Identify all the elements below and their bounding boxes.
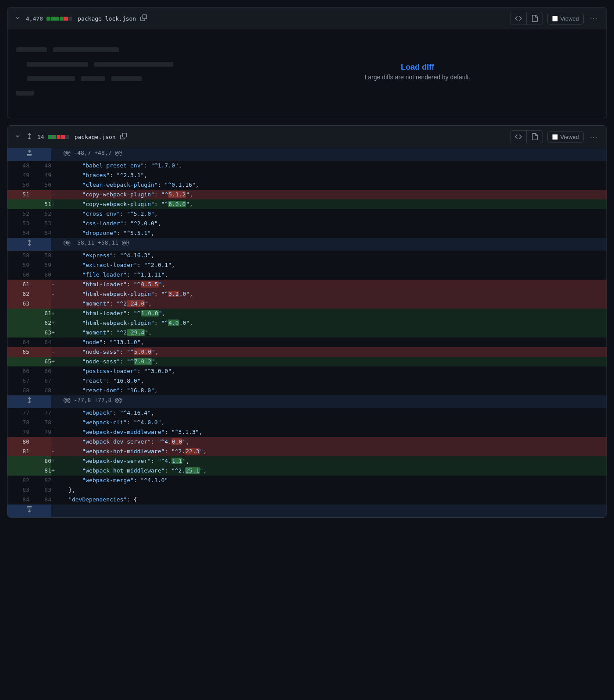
line-number-new[interactable]: 48 (29, 161, 51, 171)
line-number-old[interactable]: 61 (7, 280, 29, 289)
viewed-checkbox-input[interactable] (552, 134, 558, 140)
line-number-new[interactable]: 58 (29, 251, 51, 260)
line-number-old[interactable]: 80 (7, 437, 29, 447)
viewed-checkbox[interactable]: Viewed (547, 13, 584, 25)
line-number-new[interactable]: 64 (29, 338, 51, 347)
line-number-new[interactable]: 54 (29, 228, 51, 238)
line-number-old[interactable]: 65 (7, 347, 29, 357)
line-number-old[interactable]: 83 (7, 485, 29, 495)
line-number-old[interactable]: 68 (7, 386, 29, 395)
line-number-old[interactable]: 54 (7, 228, 29, 238)
line-number-old[interactable]: 52 (7, 209, 29, 219)
change-count: 14 (37, 134, 44, 140)
filename[interactable]: package-lock.json (78, 15, 136, 22)
line-number-new[interactable] (29, 280, 51, 289)
line-number-new[interactable]: 65 (29, 357, 51, 366)
rendered-view-button[interactable] (527, 12, 543, 25)
code-content: "webpack-cli": "^4.0.0", (55, 418, 607, 427)
line-number-old[interactable] (7, 318, 29, 328)
line-number-new[interactable]: 66 (29, 366, 51, 376)
line-number-old[interactable] (7, 456, 29, 466)
diff-marker: - (51, 437, 55, 447)
line-number-old[interactable]: 60 (7, 270, 29, 280)
line-number-new[interactable]: 80 (29, 456, 51, 466)
diff-line: 62- "html-webpack-plugin": "^3.2.0", (7, 289, 607, 299)
line-number-new[interactable]: 67 (29, 376, 51, 386)
line-number-new[interactable] (29, 347, 51, 357)
filename[interactable]: package.json (75, 134, 116, 140)
copy-path-icon[interactable] (120, 133, 127, 141)
line-number-old[interactable]: 58 (7, 251, 29, 260)
diff-marker (51, 260, 55, 270)
kebab-menu-icon[interactable]: ··· (588, 12, 600, 25)
code-content: "html-webpack-plugin": "^4.0.0", (55, 318, 607, 328)
line-number-new[interactable]: 79 (29, 427, 51, 437)
line-number-new[interactable]: 59 (29, 260, 51, 270)
expand-hunk-button[interactable] (7, 395, 51, 408)
rendered-view-button[interactable] (527, 131, 543, 143)
line-number-old[interactable] (7, 466, 29, 476)
line-number-new[interactable] (29, 289, 51, 299)
line-number-old[interactable] (7, 199, 29, 209)
line-number-old[interactable]: 84 (7, 495, 29, 505)
line-number-new[interactable]: 52 (29, 209, 51, 219)
line-number-old[interactable] (7, 309, 29, 318)
diff-marker (51, 495, 55, 505)
expand-all-icon[interactable] (26, 133, 33, 141)
line-number-old[interactable]: 51 (7, 190, 29, 199)
line-number-old[interactable]: 50 (7, 180, 29, 190)
line-number-old[interactable]: 53 (7, 219, 29, 228)
line-number-old[interactable]: 79 (7, 427, 29, 437)
line-number-old[interactable]: 67 (7, 376, 29, 386)
line-number-new[interactable]: 68 (29, 386, 51, 395)
line-number-old[interactable]: 64 (7, 338, 29, 347)
line-number-new[interactable]: 61 (29, 309, 51, 318)
line-number-new[interactable] (29, 299, 51, 309)
line-number-new[interactable]: 77 (29, 408, 51, 418)
line-number-new[interactable]: 82 (29, 476, 51, 485)
expand-hunk-button[interactable] (7, 238, 51, 251)
line-number-new[interactable]: 63 (29, 328, 51, 338)
diff-marker: - (51, 447, 55, 456)
line-number-new[interactable]: 49 (29, 171, 51, 180)
chevron-down-icon[interactable] (14, 133, 21, 141)
load-diff-link[interactable]: Load diff (401, 63, 434, 72)
line-number-new[interactable]: 60 (29, 270, 51, 280)
line-number-new[interactable]: 78 (29, 418, 51, 427)
line-number-old[interactable]: 48 (7, 161, 29, 171)
line-number-old[interactable]: 62 (7, 289, 29, 299)
line-number-old[interactable]: 78 (7, 418, 29, 427)
line-number-new[interactable]: 62 (29, 318, 51, 328)
source-view-button[interactable] (510, 131, 527, 143)
source-view-button[interactable] (510, 12, 527, 25)
code-content: "node-sass": "^5.0.0", (55, 347, 607, 357)
line-number-old[interactable]: 81 (7, 447, 29, 456)
line-number-new[interactable]: 84 (29, 495, 51, 505)
line-number-new[interactable]: 51 (29, 199, 51, 209)
line-number-new[interactable] (29, 190, 51, 199)
expand-hunk-button[interactable] (7, 148, 51, 161)
line-number-old[interactable] (7, 357, 29, 366)
line-number-old[interactable]: 49 (7, 171, 29, 180)
line-number-new[interactable]: 83 (29, 485, 51, 495)
line-number-new[interactable]: 53 (29, 219, 51, 228)
chevron-down-icon[interactable] (14, 15, 21, 22)
line-number-new[interactable] (29, 447, 51, 456)
line-number-old[interactable] (7, 328, 29, 338)
diff-marker (51, 161, 55, 171)
line-number-old[interactable]: 63 (7, 299, 29, 309)
kebab-menu-icon[interactable]: ··· (588, 131, 600, 143)
line-number-new[interactable]: 50 (29, 180, 51, 190)
viewed-checkbox[interactable]: Viewed (547, 131, 584, 143)
line-number-old[interactable]: 59 (7, 260, 29, 270)
line-number-old[interactable]: 77 (7, 408, 29, 418)
line-number-old[interactable]: 82 (7, 476, 29, 485)
expand-hunk-button[interactable] (7, 505, 51, 517)
viewed-checkbox-input[interactable] (552, 16, 558, 21)
diff-marker: - (51, 289, 55, 299)
line-number-old[interactable]: 66 (7, 366, 29, 376)
line-number-new[interactable] (29, 437, 51, 447)
copy-path-icon[interactable] (140, 14, 147, 22)
line-number-new[interactable]: 81 (29, 466, 51, 476)
hunk-header-text: @@ -77,8 +77,8 @@ (55, 395, 607, 408)
